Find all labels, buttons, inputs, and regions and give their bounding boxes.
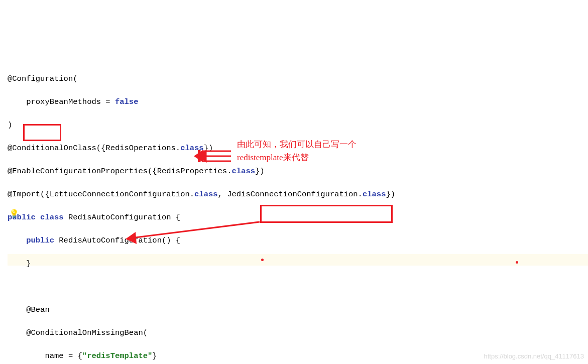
string-literal: "redisTemplate" bbox=[82, 351, 153, 360]
code-text: ) bbox=[8, 120, 12, 130]
code-text: @Import({LettuceConnectionConfiguration. bbox=[8, 190, 194, 199]
code-text: RedisAutoConfiguration() { bbox=[54, 236, 180, 245]
annotation-line1: 由此可知，我们可以自己写一个 bbox=[237, 140, 357, 149]
red-dot-marker bbox=[261, 259, 264, 261]
code-text: } bbox=[8, 259, 31, 268]
keyword-class: class bbox=[194, 190, 218, 199]
code-text: }) bbox=[204, 144, 213, 153]
keyword-class: class bbox=[231, 167, 255, 176]
code-text: name = { bbox=[8, 351, 82, 360]
code-text: , JedisConnectionConfiguration. bbox=[218, 190, 363, 199]
code-text: } bbox=[152, 351, 157, 360]
keyword-class: class bbox=[180, 144, 204, 153]
code-text: proxyBeanMethods = bbox=[8, 97, 115, 106]
keyword-class: class bbox=[36, 213, 64, 222]
red-dot-marker bbox=[516, 261, 518, 264]
code-text: RedisAutoConfiguration { bbox=[64, 213, 181, 222]
code-text: @ConditionalOnClass({RedisOperations. bbox=[8, 144, 180, 153]
keyword-class: class bbox=[363, 190, 386, 199]
annotation-bean: @Bean bbox=[8, 305, 50, 314]
code-text: @ConditionalOnMissingBean( bbox=[8, 328, 148, 337]
code-text: }) bbox=[255, 167, 265, 176]
code-text: @Configuration( bbox=[8, 74, 78, 83]
keyword-public: public bbox=[8, 236, 54, 245]
annotation-line2: redistemplate来代替 bbox=[237, 153, 309, 162]
code-editor[interactable]: @Configuration( proxyBeanMethods = false… bbox=[0, 46, 588, 364]
annotation-comment: 由此可知，我们可以自己写一个 redistemplate来代替 bbox=[237, 138, 357, 164]
code-text: @EnableConfigurationProperties({RedisPro… bbox=[8, 167, 231, 176]
intention-bulb-icon[interactable]: 💡 bbox=[9, 209, 19, 220]
keyword-false: false bbox=[115, 97, 139, 106]
code-text: }) bbox=[386, 190, 395, 199]
watermark-text: https://blog.csdn.net/qq_41117613 bbox=[484, 350, 584, 362]
